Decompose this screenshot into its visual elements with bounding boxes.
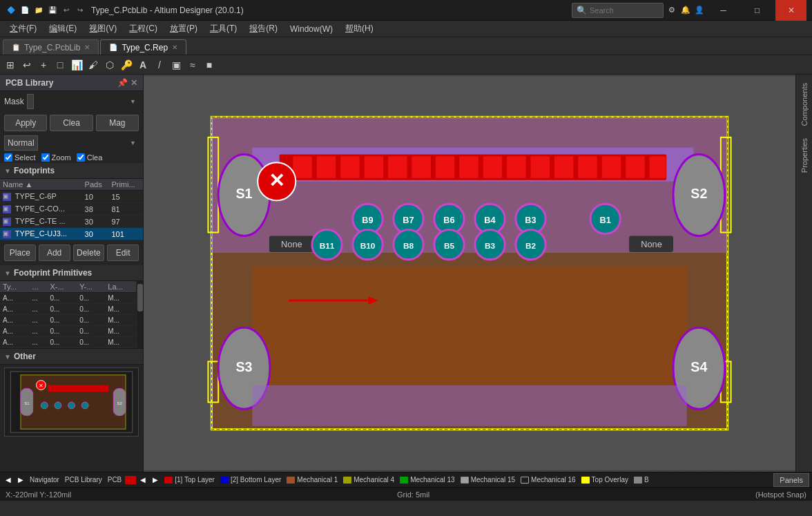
save-icon[interactable]: 💾 xyxy=(47,5,58,16)
delete-button[interactable]: Delete xyxy=(73,245,105,261)
fp-row-0[interactable]: ▣ TYPE_C-6P 10 15 xyxy=(0,191,143,203)
minimize-button[interactable]: ─ xyxy=(708,0,739,21)
maximize-button[interactable]: □ xyxy=(742,0,773,21)
mech16-layer-item[interactable]: Mechanical 16 xyxy=(519,476,577,484)
search-bar[interactable]: 🔍 xyxy=(572,3,664,18)
menu-project[interactable]: 工程(C) xyxy=(124,21,163,36)
menu-edit[interactable]: 编辑(E) xyxy=(44,21,82,36)
tool-rect[interactable]: □ xyxy=(52,57,68,73)
svg-rect-32 xyxy=(459,156,478,178)
tool-line[interactable]: / xyxy=(152,57,167,73)
nav-next-btn[interactable]: ▶ xyxy=(15,475,26,486)
right-tab-properties[interactable]: Properties xyxy=(798,133,811,178)
right-tab-components[interactable]: Components xyxy=(798,77,811,131)
prim-row-2[interactable]: A... ... 0... 0... M... xyxy=(0,315,136,326)
top-layer-item[interactable]: [1] Top Layer xyxy=(162,476,217,484)
mech4-layer-item[interactable]: Mechanical 4 xyxy=(341,476,396,484)
menu-file[interactable]: 文件(F) xyxy=(4,21,42,36)
fp-row-3[interactable]: ▣ TYPE_C-UJ3... 30 101 xyxy=(0,228,143,240)
pcb-tab[interactable]: PCB xyxy=(106,476,124,484)
menu-report[interactable]: 报告(R) xyxy=(244,21,283,36)
pcb-library-tab[interactable]: PCB Library xyxy=(63,476,104,484)
prim-y-cell: 0... xyxy=(77,304,105,315)
pcblib-tab-close[interactable]: ✕ xyxy=(84,44,90,51)
preview-box: S1 S2 ✕ xyxy=(4,367,139,437)
tool-brush[interactable]: 🖌 xyxy=(86,57,101,73)
primitives-scrollbar-thumb[interactable] xyxy=(137,284,143,312)
prim-row-0[interactable]: A... ... 0... 0... M... xyxy=(0,293,136,304)
apply-button[interactable]: Apply xyxy=(4,115,47,131)
tool-key[interactable]: 🔑 xyxy=(119,57,134,73)
clea-checkbox-label[interactable]: Clea xyxy=(77,153,103,162)
clear-button[interactable]: Clea xyxy=(50,115,93,131)
mech15-layer-item[interactable]: Mechanical 15 xyxy=(458,476,517,484)
select-checkbox[interactable] xyxy=(4,153,12,162)
tab-pcblib[interactable]: 📋 Type_C.PcbLib ✕ xyxy=(3,39,99,55)
zoom-checkbox[interactable] xyxy=(41,153,50,162)
layer-prev-btn[interactable]: ◀ xyxy=(137,475,148,486)
add-button[interactable]: Add xyxy=(39,245,70,261)
fp-row-2[interactable]: ▣ TYPE_C-TE ... 30 97 xyxy=(0,216,143,228)
prim-col-y[interactable]: Y-... xyxy=(77,281,105,293)
notification-icon[interactable]: 🔔 xyxy=(680,5,691,16)
prim-col-la[interactable]: La... xyxy=(105,281,136,293)
b-layer-item[interactable]: B xyxy=(632,476,651,484)
mech1-layer-item[interactable]: Mechanical 1 xyxy=(284,476,340,484)
menu-place[interactable]: 放置(P) xyxy=(164,21,203,36)
edit-button[interactable]: Edit xyxy=(107,245,139,261)
mask-select[interactable] xyxy=(27,94,34,109)
title-bar-right: 🔍 ⚙ 🔔 👤 ─ □ ✕ xyxy=(572,0,806,21)
tool-filter[interactable]: ⊞ xyxy=(3,57,18,73)
navigator-tab[interactable]: Navigator xyxy=(28,476,61,484)
normal-select[interactable]: Normal xyxy=(4,135,38,151)
prim-row-4[interactable]: A... ... 0... 0... M... xyxy=(0,337,136,348)
tool-hex[interactable]: ⬡ xyxy=(102,57,117,73)
pcb-svg[interactable]: S1 S2 ✕ B9 B7 B6 B4 B3 B1 None N xyxy=(144,75,795,472)
fp-row-1[interactable]: ▣ TYPE_C-CO... 38 81 xyxy=(0,203,143,216)
panel-pin-icon[interactable]: 📌 xyxy=(117,78,128,88)
prim-row-3[interactable]: A... ... 0... 0... M... xyxy=(0,326,136,337)
tool-route[interactable]: ↩ xyxy=(19,57,35,73)
tool-region[interactable]: ▣ xyxy=(168,57,184,73)
search-input[interactable] xyxy=(590,6,659,15)
bottom-layer-item[interactable]: [2] Bottom Layer xyxy=(218,476,283,484)
nav-prev-btn[interactable]: ◀ xyxy=(3,475,14,486)
overlay-layer-item[interactable]: Top Overlay xyxy=(579,476,630,484)
panel-close-icon[interactable]: ✕ xyxy=(130,78,137,88)
clea-checkbox[interactable] xyxy=(77,153,85,162)
fp-col-name[interactable]: Name ▲ xyxy=(0,179,82,191)
prim-col-x[interactable]: X-... xyxy=(47,281,77,293)
prim-col-ty[interactable]: Ty... xyxy=(0,281,29,293)
redo-icon[interactable]: ↪ xyxy=(75,5,86,16)
layer-next-btn[interactable]: ▶ xyxy=(150,475,161,486)
tool-text[interactable]: A xyxy=(135,57,151,73)
menu-tools[interactable]: 工具(T) xyxy=(204,21,242,36)
tool-square[interactable]: ■ xyxy=(202,57,217,73)
open-icon[interactable]: 📁 xyxy=(33,5,44,16)
primitives-scrollbar[interactable] xyxy=(137,281,143,348)
fp-col-pads[interactable]: Pads xyxy=(82,179,109,191)
prim-row-1[interactable]: A... ... 0... 0... M... xyxy=(0,304,136,315)
menu-help[interactable]: 帮助(H) xyxy=(340,21,379,36)
close-button[interactable]: ✕ xyxy=(775,0,806,21)
place-button[interactable]: Place xyxy=(4,245,36,261)
panels-button[interactable]: Panels xyxy=(773,473,809,487)
tool-add[interactable]: + xyxy=(36,57,51,73)
fp-col-prims[interactable]: Primi... xyxy=(108,179,143,191)
svg-rect-38 xyxy=(602,156,621,178)
rep-tab-close[interactable]: ✕ xyxy=(172,44,177,51)
tool-chart[interactable]: 📊 xyxy=(69,57,84,73)
prim-col-2[interactable]: ... xyxy=(29,281,47,293)
mech13-layer-item[interactable]: Mechanical 13 xyxy=(398,476,456,484)
menu-view[interactable]: 视图(V) xyxy=(84,21,122,36)
tab-rep[interactable]: 📄 Type_C.Rep ✕ xyxy=(100,39,186,55)
mag-button[interactable]: Mag xyxy=(96,115,139,131)
select-checkbox-label[interactable]: Select xyxy=(4,153,36,162)
undo-icon[interactable]: ↩ xyxy=(61,5,72,16)
zoom-checkbox-label[interactable]: Zoom xyxy=(41,153,71,162)
menu-window[interactable]: Window(W) xyxy=(284,23,338,35)
user-icon[interactable]: 👤 xyxy=(694,5,705,16)
new-icon[interactable]: 📄 xyxy=(19,5,30,16)
settings-icon[interactable]: ⚙ xyxy=(666,5,677,16)
tool-wave[interactable]: ≈ xyxy=(185,57,200,73)
